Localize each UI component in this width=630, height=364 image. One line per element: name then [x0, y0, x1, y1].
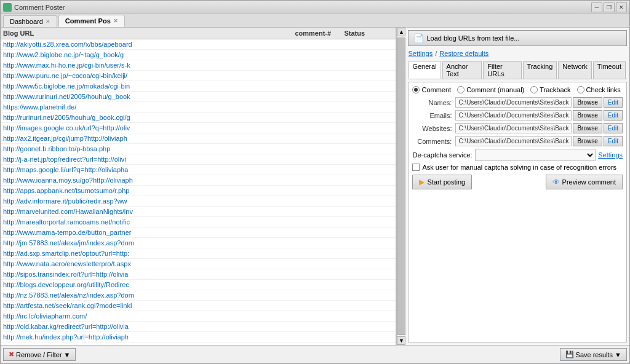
url-text: http://goonet.b.ribbon.to/p-bbsa.php	[3, 145, 393, 152]
list-item[interactable]: http://www.mama-tempo.de/button_partner	[1, 228, 396, 238]
restore-defaults-link[interactable]: Restore defaults	[439, 50, 488, 57]
restore-button[interactable]: ❐	[604, 2, 615, 12]
radio-trackback[interactable]: Trackback	[530, 86, 570, 93]
tab-network[interactable]: Network	[558, 61, 591, 79]
list-item[interactable]: http://old.kabar.kg/redirect?url=http://…	[1, 322, 396, 332]
preview-comment-button[interactable]: 👁 Preview comment	[546, 175, 623, 189]
tab-dashboard-close[interactable]: ✕	[46, 18, 50, 25]
emails-browse-button[interactable]: Browse	[573, 110, 602, 121]
save-icon: 💾	[565, 350, 574, 358]
names-edit-button[interactable]: Edit	[604, 97, 623, 108]
save-results-button[interactable]: 💾 Save results ▼	[560, 348, 627, 361]
tab-dashboard[interactable]: Dashboard ✕	[3, 15, 57, 27]
list-item[interactable]: http://www.rurinuri.net/2005/houhu/g_boo…	[1, 92, 396, 102]
radio-check-links[interactable]: Check links	[577, 86, 621, 93]
websites-browse-button[interactable]: Browse	[573, 123, 602, 133]
remove-icon: ✖	[9, 350, 14, 358]
list-item[interactable]: http://nz.57883.net/alexa/nz/index.asp?d…	[1, 290, 396, 301]
scroll-thumb[interactable]	[397, 38, 405, 335]
close-button[interactable]: ✕	[616, 2, 627, 12]
list-item[interactable]: http://akiyotti.s28.xrea.com/x/bbs/apebo…	[1, 39, 396, 50]
comments-edit-button[interactable]: Edit	[604, 136, 623, 146]
tab-comment-poster-close[interactable]: ✕	[113, 18, 118, 24]
start-posting-label: Start posting	[427, 178, 465, 186]
scroll-down-arrow[interactable]: ▼	[397, 336, 405, 345]
list-item[interactable]: http://www5c.biglobe.ne.jp/mokada/cgi-bi…	[1, 81, 396, 92]
radio-check-links-dot	[577, 86, 584, 93]
settings-link[interactable]: Settings	[408, 50, 433, 57]
settings-panel: Comment Comment (manual) Trackback Check…	[408, 82, 627, 342]
captcha-row: De-captcha service: Settings	[412, 149, 623, 161]
list-item[interactable]: http://maps.google.li/url?q=http://olivi…	[1, 165, 396, 175]
list-item[interactable]: http://ad.sxp.smartclip.net/optout?url=h…	[1, 248, 396, 259]
scroll-up-arrow[interactable]: ▲	[397, 28, 405, 36]
remove-filter-button[interactable]: ✖ Remove / Filter ▼	[3, 348, 76, 361]
list-item[interactable]: http://apps.appbank.net/tsumotsumo/r.php	[1, 186, 396, 196]
list-item[interactable]: http://irc.lc/oliviapharm.com/	[1, 311, 396, 322]
list-item[interactable]: http://rurinuri.net/2005/houhu/g_book.cg…	[1, 113, 396, 123]
options-tabs: General Anchor Text Filter URLs Tracking…	[408, 61, 627, 79]
list-item[interactable]: http://sipos.transindex.ro/t?url=http://…	[1, 269, 396, 280]
tab-general[interactable]: General	[408, 61, 441, 79]
list-item[interactable]: http://artfesta.net/seek/rank.cgi?mode=l…	[1, 301, 396, 311]
names-input[interactable]: C:\Users\Claudio\Documents\Sites\Back	[455, 97, 572, 108]
tab-anchor-text[interactable]: Anchor Text	[442, 61, 482, 79]
captcha-manual-label: Ask user for manual captcha solving in c…	[422, 164, 616, 171]
minimize-button[interactable]: ─	[591, 2, 602, 12]
emails-input[interactable]: C:\Users\Claudio\Documents\Sites\Back	[455, 110, 572, 121]
url-text: http://www.mama-tempo.de/button_partner	[3, 229, 393, 236]
list-item[interactable]: http://marealtorportal.ramcoams.net/noti…	[1, 217, 396, 228]
tab-comment-poster[interactable]: Comment Pos ✕	[58, 15, 125, 27]
tab-filter-urls[interactable]: Filter URLs	[483, 61, 521, 79]
list-item[interactable]: http://mek.hu/index.php?url=http://olivi…	[1, 332, 396, 342]
url-text: http://www.rurinuri.net/2005/houhu/g_boo…	[3, 93, 393, 100]
list-item[interactable]: http://www.max.hi-ho.ne.jp/cgi-bin/user/…	[1, 60, 396, 71]
url-text: http://www.nata.aero/enewsletterpro/t.as…	[3, 260, 393, 267]
captcha-settings-link[interactable]: Settings	[598, 151, 623, 159]
vertical-scrollbar[interactable]: ▲ ▼	[396, 28, 405, 345]
list-item[interactable]: http://www2.biglobe.ne.jp/~tag/g_book/g	[1, 50, 396, 60]
websites-input[interactable]: C:\Users\Claudio\Documents\Sites\Back	[455, 123, 572, 133]
comments-browse-button[interactable]: Browse	[573, 136, 602, 146]
radio-comment[interactable]: Comment	[412, 86, 451, 93]
names-browse-button[interactable]: Browse	[573, 97, 602, 108]
captcha-manual-checkbox[interactable]	[412, 164, 420, 171]
radio-check-links-label: Check links	[586, 86, 621, 93]
url-list[interactable]: http://akiyotti.s28.xrea.com/x/bbs/apebo…	[1, 39, 396, 345]
tab-network-label: Network	[562, 63, 587, 70]
radio-comment-manual[interactable]: Comment (manual)	[457, 86, 524, 93]
tab-tracking[interactable]: Tracking	[523, 61, 557, 79]
tab-bar: Dashboard ✕ Comment Pos ✕	[1, 14, 629, 28]
tab-timeout[interactable]: Timeout	[593, 61, 626, 79]
list-item[interactable]: http://www.puru.ne.jp/~cocoa/cgi-bin/kei…	[1, 71, 396, 81]
list-item[interactable]: https://www.planetnif.de/	[1, 102, 396, 113]
tab-dashboard-label: Dashboard	[10, 18, 43, 25]
start-posting-button[interactable]: ▶ Start posting	[412, 175, 472, 189]
load-icon: 📄	[413, 33, 424, 43]
list-item[interactable]: http://marvelunited.com/HawaiianNights/i…	[1, 207, 396, 217]
url-text: http://www.puru.ne.jp/~cocoa/cgi-bin/kei…	[3, 72, 393, 79]
url-text: http://maps.google.li/url?q=http://olivi…	[3, 166, 393, 173]
url-text: http://www5c.biglobe.ne.jp/mokada/cgi-bi…	[3, 82, 393, 90]
list-item[interactable]: http://goonet.b.ribbon.to/p-bbsa.php	[1, 144, 396, 154]
load-urls-button[interactable]: 📄 Load blog URLs from text file...	[408, 30, 627, 46]
list-item[interactable]: http://images.google.co.uk/url?q=http://…	[1, 123, 396, 133]
list-item[interactable]: http://blogs.developpeur.org/utility/Red…	[1, 280, 396, 290]
list-item[interactable]: http://adv.informare.it/public/redir.asp…	[1, 196, 396, 207]
list-item[interactable]: http://www.nata.aero/enewsletterpro/t.as…	[1, 259, 396, 269]
list-item[interactable]: http://www.ioanna.moy.su/go?http://olivi…	[1, 175, 396, 186]
emails-edit-button[interactable]: Edit	[604, 110, 623, 121]
url-text: http://artfesta.net/seek/rank.cgi?mode=l…	[3, 302, 393, 309]
settings-path: Settings / Restore defaults	[408, 49, 627, 58]
list-item[interactable]: http://jm.57883.net/alexa/jm/index.asp?d…	[1, 238, 396, 248]
url-text: http://ax2.itgear.jp/cgi/jump?http://oli…	[3, 135, 393, 142]
captcha-select[interactable]	[475, 149, 596, 161]
radio-comment-manual-label: Comment (manual)	[466, 86, 524, 93]
websites-edit-button[interactable]: Edit	[604, 123, 623, 133]
url-panel: Blog URL comment-# Status http://akiyott…	[1, 28, 396, 345]
list-item[interactable]: http://j-a-net.jp/top/redirect?url=http:…	[1, 154, 396, 165]
comments-input[interactable]: C:\Users\Claudio\Documents\Sites\Back	[455, 136, 572, 146]
tab-comment-poster-label: Comment Pos	[65, 17, 111, 25]
url-text: http://www.ioanna.moy.su/go?http://olivi…	[3, 176, 393, 184]
list-item[interactable]: http://ax2.itgear.jp/cgi/jump?http://oli…	[1, 133, 396, 144]
